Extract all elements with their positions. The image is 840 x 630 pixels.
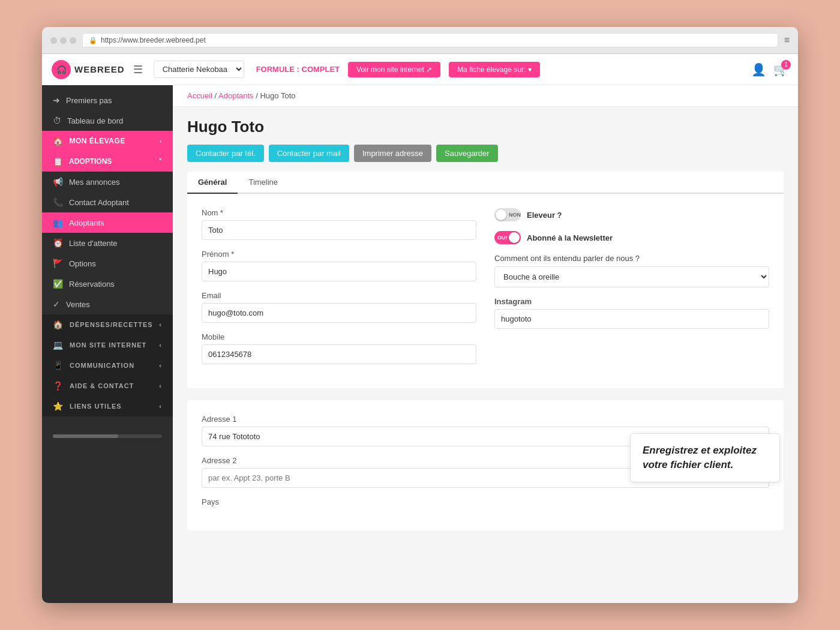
sidebar-item-premiers-pas[interactable]: ➜ Premiers pas xyxy=(42,90,173,110)
dot-maximize xyxy=(70,37,76,44)
newsletter-toggle-row: OUI Abonné à la Newsletter xyxy=(494,231,769,244)
sidebar-label-ventes: Ventes xyxy=(66,300,90,309)
sidebar-label-liens-utiles: LIENS UTILES xyxy=(70,403,122,410)
main-area: ➜ Premiers pas ⏱ Tableau de bord 🏠 MON É… xyxy=(42,85,798,603)
breadcrumb-current: Hugo Toto xyxy=(260,91,295,100)
chevron-depenses-icon: ‹ xyxy=(159,321,162,328)
sidebar-item-liens-utiles[interactable]: ⭐ LIENS UTILES ‹ xyxy=(42,396,173,416)
app-header: 🎧 WEBREED ☰ Chatterie Nekobaa FORMULE : … xyxy=(42,54,798,85)
sidebar-item-contact-adoptant[interactable]: 📞 Contact Adoptant xyxy=(42,192,173,212)
overlay-text: Enregistrez et exploitez votre fichier c… xyxy=(643,443,767,472)
sidebar-item-mon-site-internet[interactable]: 💻 MON SITE INTERNET ‹ xyxy=(42,335,173,355)
instagram-label: Instagram xyxy=(494,297,769,306)
hamburger-icon[interactable]: ☰ xyxy=(133,63,143,76)
sidebar-label-aide-contact: AIDE & CONTACT xyxy=(70,382,134,389)
mobile-label: Mobile xyxy=(202,332,476,341)
browser-menu-icon[interactable]: ≡ xyxy=(784,35,790,46)
sidebar-label-mon-elevage: MON ÉLEVAGE xyxy=(70,137,125,145)
sidebar-item-reservations[interactable]: ✅ Réservations xyxy=(42,274,173,294)
form-right: NON Eleveur ? OUI Abonné à la Ne xyxy=(494,208,769,374)
nom-input[interactable] xyxy=(202,220,476,240)
logo-text: WEBREED xyxy=(74,64,125,74)
fiche-elevage-button[interactable]: Ma fiche élevage sur: ▾ xyxy=(449,62,539,77)
sidebar-item-adoptants[interactable]: 👥 Adoptants xyxy=(42,212,173,233)
phone-icon: 📞 xyxy=(53,197,63,207)
chatterie-dropdown[interactable]: Chatterie Nekobaa xyxy=(154,61,244,78)
toggle-off-label: NON xyxy=(509,212,521,218)
sidebar-item-options[interactable]: 🚩 Options xyxy=(42,253,173,274)
sidebar-item-mon-elevage[interactable]: 🏠 MON ÉLEVAGE ‹ xyxy=(42,131,173,151)
sidebar-item-liste-attente[interactable]: ⏰ Liste d'attente xyxy=(42,233,173,253)
chevron-liens-icon: ‹ xyxy=(159,403,162,410)
browser-traffic-lights xyxy=(50,37,76,44)
user-icon[interactable]: 👤 xyxy=(751,62,766,77)
prenom-input[interactable] xyxy=(202,262,476,281)
page-header: Hugo Toto Contacter par tél. Contacter p… xyxy=(173,107,798,162)
email-group: Email xyxy=(202,291,476,323)
breadcrumb: Accueil / Adoptants / Hugo Toto xyxy=(173,85,798,107)
scrollbar-track xyxy=(53,434,162,438)
form-container: Nom * Prénom * Email xyxy=(187,194,784,388)
sidebar-bottom xyxy=(42,416,173,444)
header-right: 👤 🛒 1 xyxy=(751,62,788,77)
sidebar-label-adoptants: Adoptants xyxy=(69,218,104,227)
cart-icon[interactable]: 🛒 1 xyxy=(773,62,788,77)
clock-icon: ⏱ xyxy=(53,116,61,125)
prenom-label: Prénom * xyxy=(202,250,476,259)
action-buttons: Contacter par tél. Contacter par mail Im… xyxy=(187,145,784,162)
sidebar-item-communication[interactable]: 📱 COMMUNICATION ‹ xyxy=(42,355,173,376)
check-circle-icon: ✅ xyxy=(53,279,63,289)
pays-group: Pays xyxy=(202,497,769,506)
tab-general[interactable]: Général xyxy=(187,172,238,194)
question-icon: ❓ xyxy=(53,381,64,391)
email-input[interactable] xyxy=(202,303,476,323)
pays-label: Pays xyxy=(202,497,769,506)
flag-icon: 🚩 xyxy=(53,259,63,268)
chevron-aide-icon: ‹ xyxy=(159,382,162,389)
dot-minimize xyxy=(60,37,67,44)
tab-timeline[interactable]: Timeline xyxy=(238,172,289,194)
arrow-icon: ➜ xyxy=(53,95,60,105)
sidebar-item-adoptions[interactable]: 📋 ADOPTIONS ˅ xyxy=(42,151,173,172)
voir-site-button[interactable]: Voir mon site internet ↗ xyxy=(348,62,440,77)
star-icon: ⭐ xyxy=(53,401,64,411)
overlay-tooltip: Enregistrez et exploitez votre fichier c… xyxy=(630,433,780,482)
tabs: Général Timeline xyxy=(187,172,784,194)
adresse1-label: Adresse 1 xyxy=(202,415,769,424)
instagram-input[interactable] xyxy=(494,309,769,329)
sidebar-item-depenses-recettes[interactable]: 🏠 DÉPENSES/RECETTES ‹ xyxy=(42,314,173,335)
mobile-input[interactable] xyxy=(202,344,476,364)
sauvegarder-button[interactable]: Sauvegarder xyxy=(436,145,497,162)
referral-group: Comment ont ils entendu parler de nous ?… xyxy=(494,254,769,287)
content-wrapper: Accueil / Adoptants / Hugo Toto Hugo Tot… xyxy=(173,85,798,530)
megaphone-icon: 📢 xyxy=(53,177,63,187)
toggle-on-label: OUI xyxy=(497,235,507,241)
depenses-icon: 🏠 xyxy=(53,320,64,329)
contact-mail-button[interactable]: Contacter par mail xyxy=(269,145,349,162)
imprimer-button[interactable]: Imprimer adresse xyxy=(354,145,431,162)
sidebar-label-reservations: Réservations xyxy=(69,280,115,289)
chevron-icon: ‹ xyxy=(160,137,162,145)
eleveur-toggle-row: NON Eleveur ? xyxy=(494,208,769,221)
eleveur-toggle[interactable]: NON xyxy=(494,208,521,221)
sidebar-item-aide-contact[interactable]: ❓ AIDE & CONTACT ‹ xyxy=(42,376,173,396)
url-text: https://www.breeder.webreed.pet xyxy=(101,36,206,44)
check-icon: ✓ xyxy=(53,299,60,309)
dot-close xyxy=(50,37,57,44)
breadcrumb-section[interactable]: Adoptants xyxy=(218,91,254,100)
sidebar-label-communication: COMMUNICATION xyxy=(70,362,134,369)
sidebar-label-contact-adoptant: Contact Adoptant xyxy=(69,198,129,207)
scrollbar-thumb xyxy=(53,434,118,438)
sidebar-label-tableau-bord: Tableau de bord xyxy=(67,116,123,125)
sidebar-item-ventes[interactable]: ✓ Ventes xyxy=(42,294,173,314)
contact-tel-button[interactable]: Contacter par tél. xyxy=(187,145,264,162)
sidebar-item-mes-annonces[interactable]: 📢 Mes annonces xyxy=(42,172,173,192)
people-icon: 👥 xyxy=(53,218,63,227)
newsletter-toggle[interactable]: OUI xyxy=(494,231,521,244)
breadcrumb-home[interactable]: Accueil xyxy=(187,91,212,100)
referral-select[interactable]: Bouche à oreilleGoogleFacebookInstagramA… xyxy=(494,266,769,287)
url-bar[interactable]: 🔒 https://www.breeder.webreed.pet xyxy=(82,33,778,47)
sidebar-label-options: Options xyxy=(69,259,96,268)
sidebar-item-tableau-bord[interactable]: ⏱ Tableau de bord xyxy=(42,110,173,131)
lock-icon: 🔒 xyxy=(89,37,97,44)
